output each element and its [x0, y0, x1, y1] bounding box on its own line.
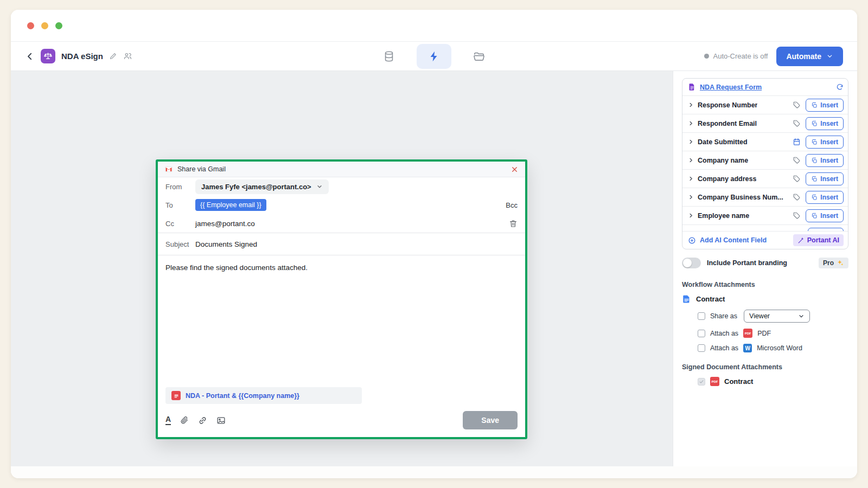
from-row: From James Fyfe <james@portant.co>: [158, 177, 525, 196]
attach-as-word-checkbox[interactable]: [698, 344, 705, 352]
close-icon[interactable]: [510, 165, 519, 174]
field-row-response-number: Response Number Insert: [682, 95, 848, 114]
attachment-name: NDA - Portant & {{Company name}}: [186, 392, 299, 400]
back-button[interactable]: [25, 52, 35, 61]
to-row: To {{ Employee email }} Bcc: [158, 196, 525, 214]
subject-label: Subject: [165, 240, 195, 248]
tag-icon: [793, 175, 801, 183]
branding-toggle-row: Include Portant branding Pro: [682, 258, 848, 268]
word-label: Microsoft Word: [757, 344, 802, 352]
right-sidebar: NDA Request Form Response Number Insert …: [673, 71, 857, 466]
chevron-right-icon[interactable]: [688, 213, 694, 219]
share-as-checkbox[interactable]: [698, 312, 705, 320]
attachment-doc-icon: [171, 391, 181, 400]
copy-icon: [811, 194, 818, 201]
insert-button[interactable]: Insert: [806, 154, 844, 167]
from-select[interactable]: James Fyfe <james@portant.co>: [195, 179, 329, 194]
copy-icon: [811, 102, 818, 108]
refresh-icon[interactable]: [836, 84, 844, 91]
add-ai-content-row: Add AI Content Field Portant AI: [682, 231, 848, 249]
share-via-gmail-modal: Share via Gmail From James Fyfe <james@p…: [156, 159, 527, 439]
pdf-icon: PDF: [743, 329, 752, 338]
form-header-row: NDA Request Form: [682, 79, 848, 95]
modal-title: Share via Gmail: [177, 165, 226, 173]
subject-value[interactable]: Documents Signed: [195, 240, 257, 248]
insert-image-icon[interactable]: [216, 416, 226, 425]
attachment-chip[interactable]: NDA - Portant & {{Company name}}: [165, 387, 362, 404]
share-as-label: Share as: [710, 312, 737, 320]
share-team-icon[interactable]: [123, 52, 132, 61]
modal-header: Share via Gmail: [158, 162, 525, 177]
close-window-button[interactable]: [27, 22, 34, 29]
form-document-icon: [688, 83, 696, 91]
save-button[interactable]: Save: [463, 411, 518, 429]
modal-footer: A Save: [158, 409, 525, 437]
tab-automation-lightning-icon[interactable]: [417, 44, 451, 69]
minimize-window-button[interactable]: [41, 22, 48, 29]
insert-button[interactable]: Insert: [806, 191, 844, 204]
insert-button[interactable]: Insert: [806, 136, 844, 149]
calendar-icon: [793, 138, 801, 146]
bottom-strip: [11, 466, 857, 478]
field-row-partial: [682, 224, 848, 231]
text-format-icon[interactable]: A: [165, 415, 171, 425]
email-body[interactable]: Please find the signed documents attache…: [158, 255, 525, 387]
signed-attachment-contract-row: PDF Contract: [698, 377, 848, 386]
field-row-date-submitted: Date Submitted Insert: [682, 132, 848, 151]
google-doc-icon: [682, 294, 691, 304]
share-as-select[interactable]: Viewer: [744, 310, 810, 323]
pdf-icon: PDF: [710, 377, 719, 386]
cc-label: Cc: [165, 220, 195, 228]
auto-create-status: Auto-Create is off: [704, 52, 768, 60]
field-row-employee-name: Employee name Insert: [682, 206, 848, 224]
pro-badge: Pro: [819, 258, 848, 268]
portant-ai-badge[interactable]: Portant AI: [793, 234, 844, 246]
plus-circle-icon: [688, 236, 696, 245]
subject-row: Subject Documents Signed: [158, 233, 525, 255]
automate-button[interactable]: Automate: [776, 47, 843, 66]
insert-button[interactable]: Insert: [806, 172, 844, 185]
toolbar-tabs: [375, 42, 493, 70]
chevron-right-icon[interactable]: [688, 120, 694, 126]
wand-icon: [797, 237, 805, 244]
window-titlebar: [11, 10, 857, 41]
chevron-right-icon[interactable]: [688, 139, 694, 145]
attach-file-icon[interactable]: [180, 416, 189, 425]
insert-button[interactable]: Insert: [806, 209, 844, 222]
workflow-logo-scales-icon: [41, 49, 55, 63]
copy-icon: [811, 120, 818, 127]
bcc-button[interactable]: Bcc: [506, 201, 518, 209]
tag-icon: [793, 193, 801, 201]
form-fields-panel: NDA Request Form Response Number Insert …: [682, 78, 848, 249]
edit-title-icon[interactable]: [109, 52, 117, 60]
field-row-company-address: Company address Insert: [682, 169, 848, 188]
chevron-right-icon[interactable]: [688, 157, 694, 163]
form-link[interactable]: NDA Request Form: [700, 84, 762, 91]
tag-icon: [793, 119, 801, 127]
add-ai-content-field-button[interactable]: Add AI Content Field: [688, 236, 767, 245]
tab-outputs-folder-icon[interactable]: [465, 46, 493, 67]
insert-button[interactable]: Insert: [806, 117, 844, 130]
trash-icon[interactable]: [509, 219, 518, 228]
chevron-down-icon: [316, 183, 323, 190]
chevron-right-icon[interactable]: [688, 102, 694, 108]
tab-source-data-icon[interactable]: [375, 46, 403, 67]
attach-as-pdf-checkbox[interactable]: [698, 330, 705, 337]
sparkle-icon: [837, 259, 844, 267]
word-icon: W: [743, 344, 752, 352]
workflow-attachments-heading: Workflow Attachments: [682, 281, 848, 288]
insert-button[interactable]: Insert: [806, 99, 844, 112]
app-window: NDA eSign Auto-Create is off Automate: [11, 10, 857, 478]
cc-value[interactable]: james@portant.co: [195, 220, 255, 228]
chevron-right-icon[interactable]: [688, 176, 694, 182]
copy-icon: [811, 157, 818, 164]
signed-contract-checkbox: [698, 378, 705, 386]
toolbar: NDA eSign Auto-Create is off Automate: [11, 41, 857, 71]
signed-attachments-heading: Signed Document Attachments: [682, 363, 848, 371]
to-recipient-chip[interactable]: {{ Employee email }}: [195, 199, 266, 211]
zoom-window-button[interactable]: [55, 22, 62, 29]
insert-link-icon[interactable]: [198, 416, 207, 425]
chevron-right-icon[interactable]: [688, 194, 694, 200]
include-branding-toggle[interactable]: [682, 258, 701, 268]
copy-icon: [811, 176, 818, 182]
